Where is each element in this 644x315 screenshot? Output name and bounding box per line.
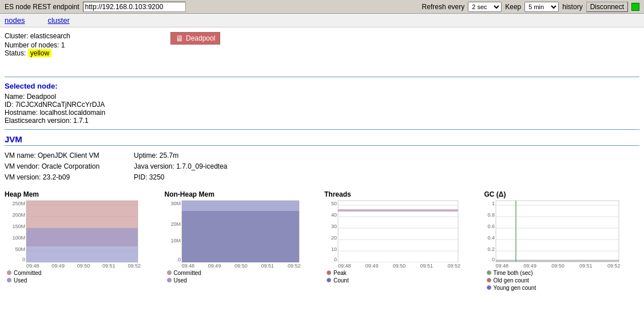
jvm-col-left: VM name: OpenJDK Client VM VM vendor: Or… [5, 150, 100, 184]
heap-legend-committed: Committed [7, 270, 160, 276]
charts-row: Heap Mem 250M 200M 150M 100M 50M 0 [5, 190, 639, 291]
node-icon: 🖥 [176, 34, 184, 43]
cluster-status-badge: yellow [28, 49, 51, 57]
gc-old-label: Old gen count [494, 277, 529, 284]
svg-text:0.6: 0.6 [487, 224, 495, 229]
svg-text:0: 0 [334, 257, 337, 262]
vm-vendor-value: Oracle Corporation [42, 162, 100, 170]
svg-text:30: 30 [331, 224, 337, 229]
svg-text:10M: 10M [170, 238, 181, 244]
threads-chart-svg: 50 40 30 20 10 0 [324, 200, 462, 262]
svg-text:50: 50 [331, 201, 337, 206]
svg-rect-44 [496, 201, 619, 262]
vm-version-row: VM version: 23.2-b09 [5, 172, 100, 183]
heap-chart-svg: 250M 200M 150M 100M 50M 0 [5, 200, 142, 262]
gc-x-axis: 09:48 09:49 09:50 09:51 09:52 [484, 263, 622, 269]
divider-1 [5, 77, 639, 77]
non-heap-chart-svg: 30M 20M 10M 0 [165, 200, 302, 262]
gc-legend-young: Young gen count [487, 285, 640, 291]
connection-status-indicator [631, 3, 639, 11]
refresh-label: Refresh every [422, 3, 465, 11]
svg-text:10: 10 [331, 246, 337, 252]
non-heap-committed-label: Committed [174, 270, 201, 276]
svg-text:200M: 200M [12, 212, 25, 218]
non-heap-committed-dot [167, 270, 172, 275]
heap-x-axis: 09:48 09:49 09:50 09:51 09:52 [5, 263, 142, 269]
svg-text:100M: 100M [12, 235, 25, 241]
gc-chart-svg: 1 0.8 0.6 0.4 0.2 0 [484, 200, 622, 262]
vm-name-label: VM name: [5, 151, 36, 160]
vm-vendor-row: VM vendor: Oracle Corporation [5, 161, 100, 172]
svg-text:50M: 50M [15, 246, 25, 252]
node-id-value: 7iCJCXdNRCaTjNRCcYrDJA [15, 101, 105, 109]
gc-time-label: Time both (sec) [494, 270, 533, 276]
threads-peak-label: Peak [333, 270, 347, 276]
gc-old-dot [487, 278, 491, 282]
svg-text:0.4: 0.4 [487, 235, 495, 241]
non-heap-used-dot [167, 278, 172, 282]
disconnect-button[interactable]: Disconnect [586, 2, 628, 12]
vm-name-value: OpenJDK Client VM [38, 151, 99, 160]
svg-rect-23 [182, 211, 299, 262]
node-box[interactable]: 🖥 Deadpool [170, 32, 220, 45]
node-name-row: Name: Deadpool [5, 93, 639, 101]
svg-text:0.8: 0.8 [487, 212, 495, 218]
svg-text:1: 1 [491, 201, 494, 206]
divider-2 [5, 129, 639, 130]
node-version-row: Elasticsearch version: 1.7.1 [5, 117, 639, 125]
refresh-select[interactable]: 2 sec 5 sec 10 sec [468, 2, 502, 12]
header: ES node REST endpoint Refresh every 2 se… [0, 0, 644, 14]
cluster-nodes-row: Number of nodes: 1 [5, 41, 639, 49]
node-name-label: Name: [5, 93, 25, 101]
cluster-name-row: Cluster: elasticsearch [5, 32, 639, 40]
svg-text:20: 20 [331, 235, 337, 241]
node-visual: 🖥 Deadpool [170, 32, 220, 45]
gc-young-dot [487, 285, 491, 290]
svg-text:0: 0 [491, 257, 494, 262]
threads-legend: Peak Count [324, 270, 480, 284]
main-content: Cluster: elasticsearch Number of nodes: … [0, 27, 644, 296]
heap-chart-title: Heap Mem [5, 190, 160, 198]
vm-name-row: VM name: OpenJDK Client VM [5, 150, 100, 161]
uptime-value: 25.7m [160, 151, 178, 160]
threads-peak-dot [327, 270, 331, 275]
nav-nodes[interactable]: nodes [5, 16, 25, 25]
heap-committed-label: Committed [14, 270, 41, 276]
svg-text:20M: 20M [170, 221, 181, 227]
heap-legend-used: Used [7, 277, 160, 284]
svg-rect-13 [26, 228, 138, 262]
heap-chart-container: Heap Mem 250M 200M 150M 100M 50M 0 [5, 190, 160, 291]
non-heap-legend: Committed Used [165, 270, 320, 284]
jvm-col-right: Uptime: 25.7m Java version: 1.7.0_09-ice… [134, 150, 227, 184]
svg-text:0.2: 0.2 [487, 246, 495, 252]
threads-count-label: Count [333, 277, 349, 284]
selected-node-title: Selected node: [5, 82, 639, 90]
threads-legend-peak: Peak [327, 270, 480, 276]
threads-x-axis: 09:48 09:49 09:50 09:51 09:52 [324, 263, 462, 269]
nav-cluster[interactable]: cluster [47, 16, 69, 25]
threads-chart-container: Threads 50 40 30 20 10 0 [324, 190, 480, 291]
heap-used-dot [7, 278, 11, 282]
keep-select[interactable]: 5 min 10 min 30 min [524, 2, 559, 12]
gc-chart-container: GC (Δ) 1 0.8 0.6 0.4 0.2 0 [484, 190, 640, 291]
cluster-name-value: elasticsearch [30, 32, 70, 40]
svg-text:30M: 30M [170, 201, 181, 206]
non-heap-legend-committed: Committed [167, 270, 320, 276]
node-hostname-label: Hostname: [5, 109, 38, 117]
java-version-row: Java version: 1.7.0_09-icedtea [134, 161, 227, 172]
node-name-value: Deadpool [27, 93, 56, 101]
jvm-section: JVM VM name: OpenJDK Client VM VM vendor… [5, 134, 639, 291]
non-heap-used-label: Used [174, 277, 187, 284]
cluster-nodes-value: 1 [61, 41, 65, 49]
jvm-title: JVM [5, 134, 639, 146]
non-heap-x-axis: 09:48 09:49 09:50 09:51 09:52 [165, 263, 302, 269]
vm-vendor-label: VM vendor: [5, 162, 39, 170]
heap-used-label: Used [14, 277, 27, 284]
gc-young-label: Young gen count [494, 285, 536, 291]
cluster-nodes-label: Number of nodes: [5, 41, 59, 49]
endpoint-input[interactable] [83, 2, 186, 12]
node-version-value: 1.7.1 [73, 117, 89, 125]
cluster-status-row: Status: yellow [5, 49, 639, 57]
cluster-status-label: Status: [5, 49, 26, 57]
threads-legend-count: Count [327, 277, 480, 284]
